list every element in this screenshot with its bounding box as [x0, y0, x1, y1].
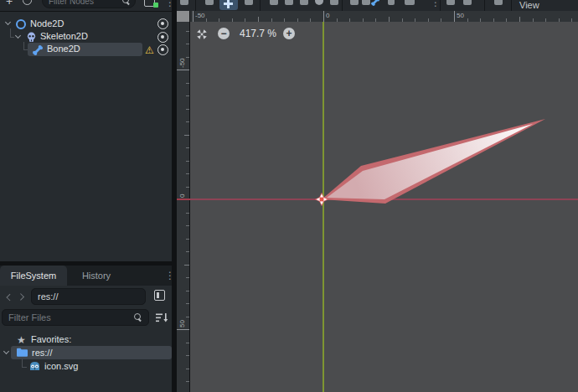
godot-editor: { "scene_dock": { "toolbar": { "filter_p…	[0, 0, 578, 392]
scene-filter-input[interactable]	[42, 0, 136, 8]
horizontal-ruler[interactable]: -50050	[190, 11, 578, 22]
bone-origin-gizmo[interactable]	[316, 193, 328, 206]
zoom-in-button[interactable]: +	[283, 28, 295, 39]
bone-fill	[327, 124, 533, 199]
lock-icon[interactable]	[388, 0, 395, 5]
scale-tool-icon[interactable]	[270, 0, 278, 5]
scene-dock-toolbar: + ⋮	[0, 0, 172, 12]
search-icon	[134, 313, 141, 320]
pan-tool-icon[interactable]	[180, 0, 188, 5]
toolbar-separator	[484, 0, 485, 11]
unlock-icon[interactable]	[405, 0, 415, 5]
toolbar-separator	[440, 0, 441, 11]
fs-tab-menu-icon[interactable]: ⋮	[165, 271, 175, 281]
folder-icon	[17, 348, 28, 357]
smart-snap-icon[interactable]	[350, 0, 359, 5]
tab-filesystem[interactable]: FileSystem	[0, 266, 67, 286]
tree-connector	[23, 42, 24, 49]
toolbar-separator	[511, 0, 512, 11]
ruler-tool-icon[interactable]	[330, 0, 338, 5]
toolbar-separator	[260, 0, 261, 11]
tab-history[interactable]: History	[67, 266, 126, 286]
search-icon	[122, 0, 129, 3]
tree-connector	[10, 37, 14, 38]
tree-connector	[22, 359, 23, 367]
node-label: Skeleton2D	[40, 31, 88, 41]
file-filter-input[interactable]	[2, 309, 149, 326]
grid-snap-icon[interactable]	[362, 0, 370, 5]
skeleton2d-icon	[26, 32, 37, 43]
filesystem-dock: ★ Favorites: res:// icon.svg	[0, 286, 172, 392]
snap-magnet-icon[interactable]	[494, 0, 503, 5]
toolbar-separator	[342, 0, 343, 11]
center-view-icon[interactable]	[195, 28, 209, 41]
move-tool-icon[interactable]	[219, 0, 238, 10]
chevron-down-icon[interactable]	[15, 34, 22, 40]
selected-row-highlight	[28, 43, 142, 56]
skeleton-options-bone-icon[interactable]	[370, 0, 380, 7]
canvas-viewport[interactable]: − 417.7 % +	[190, 22, 578, 392]
bone2d-icon	[32, 44, 44, 56]
split-mode-bar	[157, 292, 159, 298]
file-sort-icon[interactable]	[156, 312, 168, 323]
favorites-label: Favorites:	[31, 333, 71, 346]
script-plus-badge	[153, 3, 158, 8]
ruler-x-axis-marker	[177, 199, 190, 200]
scene-menu-icon[interactable]: ⋮	[165, 0, 172, 8]
pivot-tool-icon[interactable]	[300, 0, 308, 5]
filesystem-tabbar: FileSystem History ⋮	[0, 266, 172, 286]
visibility-eye-icon[interactable]	[157, 32, 168, 43]
node-label: Bone2D	[47, 44, 80, 54]
fs-item-label: icon.svg	[44, 360, 78, 373]
canvas-toolbar: ⋮ View	[177, 0, 578, 12]
rotate-tool-icon[interactable]	[245, 0, 253, 5]
list-select-icon[interactable]	[285, 0, 293, 5]
sphere-icon[interactable]	[315, 0, 323, 5]
group-icon[interactable]	[446, 0, 455, 5]
path-input[interactable]	[31, 288, 146, 305]
view-menu-button[interactable]: View	[519, 0, 539, 11]
split-mode-icon[interactable]	[154, 290, 165, 301]
forward-arrow-icon[interactable]	[18, 294, 25, 301]
zoom-percent-label[interactable]: 417.7 %	[240, 28, 276, 39]
add-node-icon[interactable]: +	[6, 0, 13, 8]
bone2d-gizmo[interactable]	[190, 22, 578, 392]
back-arrow-icon[interactable]	[6, 294, 13, 301]
visibility-eye-icon[interactable]	[157, 18, 168, 29]
vertical-ruler[interactable]: -50050	[177, 22, 189, 392]
fs-item-label: res://	[32, 347, 52, 359]
toolbar-separator	[195, 0, 196, 11]
godot-file-icon	[29, 361, 40, 371]
ungroup-icon[interactable]	[463, 0, 472, 5]
warning-icon[interactable]: ⚠	[145, 45, 154, 55]
tree-connector	[10, 28, 11, 37]
scene-dock: + ⋮ Node2D Skeleton2D	[0, 0, 172, 261]
favorites-star-icon: ★	[17, 335, 26, 345]
move-glyph	[224, 3, 233, 5]
select-tool-icon[interactable]	[205, 0, 214, 5]
node-label: Node2D	[30, 18, 64, 28]
chevron-down-icon[interactable]	[3, 349, 10, 356]
ruler-corner	[177, 11, 189, 22]
node2d-icon	[16, 19, 26, 29]
zoom-out-button[interactable]: −	[218, 28, 230, 39]
visibility-eye-icon[interactable]	[157, 44, 168, 55]
instance-scene-icon[interactable]	[23, 0, 32, 5]
chevron-down-icon[interactable]	[5, 20, 12, 27]
tree-connector	[22, 367, 27, 368]
